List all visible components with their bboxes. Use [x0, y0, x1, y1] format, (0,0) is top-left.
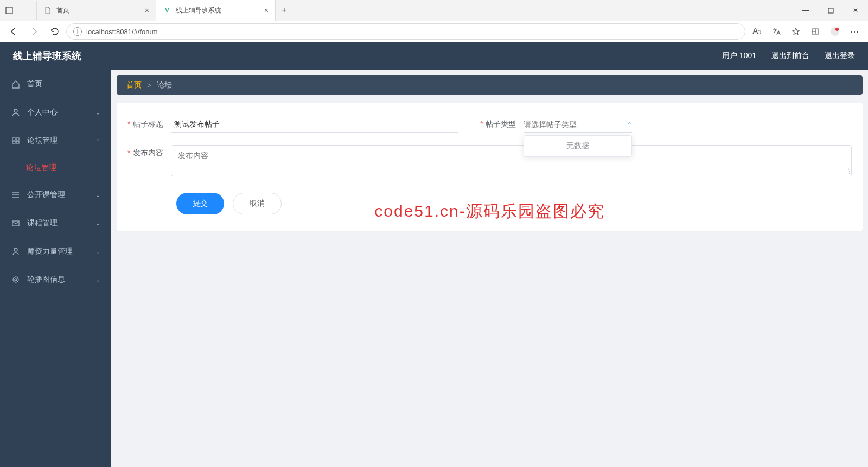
post-content-textarea[interactable] [171, 146, 851, 174]
maximize-button[interactable] [818, 1, 843, 20]
svg-rect-7 [16, 138, 19, 140]
app-body: 首页 个人中心 ⌄ 论坛管理 ⌄ 论坛管理 公开课管理 ⌄ 课程管理 ⌄ 师资力… [0, 43, 868, 467]
close-window-button[interactable]: ✕ [843, 1, 868, 20]
user-icon [11, 108, 21, 117]
tab-title: 首页 [56, 6, 69, 15]
new-tab-button[interactable]: + [276, 5, 293, 15]
back-button[interactable] [4, 23, 23, 40]
sidebar-label: 轮播图信息 [27, 275, 65, 285]
post-content-wrap [171, 145, 852, 176]
sidebar-item-course[interactable]: 课程管理 ⌄ [0, 209, 111, 237]
sidebar-item-forum[interactable]: 论坛管理 ⌄ [0, 127, 111, 155]
minimize-button[interactable]: — [793, 1, 818, 20]
tab-bar: 首页 × V 线上辅导班系统 × + — ✕ [0, 0, 868, 21]
chevron-up-icon: ⌄ [95, 137, 100, 144]
post-title-input[interactable] [171, 116, 458, 133]
chevron-down-icon: ⌄ [95, 248, 100, 255]
breadcrumb-home[interactable]: 首页 [126, 80, 142, 90]
refresh-button[interactable] [46, 23, 64, 40]
home-icon [11, 80, 21, 89]
form-panel: 帖子标题 帖子类型 ⌄ 无数据 发布内容 [117, 103, 863, 231]
cancel-button[interactable]: 取消 [233, 193, 282, 214]
svg-point-4 [835, 28, 839, 31]
breadcrumb: 首页 > 论坛 [117, 75, 863, 95]
svg-point-5 [14, 109, 17, 112]
close-icon[interactable]: × [145, 6, 149, 15]
window-controls: — ✕ [793, 1, 868, 20]
address-bar: i localhost:8081/#/forum A)) ⋯ [0, 21, 868, 42]
sidebar: 首页 个人中心 ⌄ 论坛管理 ⌄ 论坛管理 公开课管理 ⌄ 课程管理 ⌄ 师资力… [0, 43, 111, 467]
post-title-label: 帖子标题 [127, 119, 171, 129]
chevron-down-icon: ⌄ [95, 220, 100, 227]
sidebar-label: 师资力量管理 [27, 247, 73, 256]
sidebar-item-personal[interactable]: 个人中心 ⌄ [0, 98, 111, 127]
submit-button[interactable]: 提交 [176, 193, 224, 214]
tabs-overview-button[interactable] [0, 1, 18, 20]
profile-icon[interactable] [826, 23, 844, 40]
post-type-select[interactable]: ⌄ 无数据 [524, 116, 632, 133]
sidebar-item-carousel[interactable]: 轮播图信息 ⌄ [0, 266, 111, 294]
favorite-icon[interactable] [787, 23, 805, 40]
main-content: 首页 > 论坛 帖子标题 帖子类型 ⌄ 无数据 [111, 43, 868, 467]
browser-chrome: 首页 × V 线上辅导班系统 × + — ✕ i localhost:808 [0, 0, 868, 43]
browser-tab-2[interactable]: V 线上辅导班系统 × [156, 0, 276, 21]
app-header: 线上辅导班系统 用户 1001 退出到前台 退出登录 [0, 42, 868, 70]
user-label[interactable]: 用户 1001 [722, 51, 756, 61]
sidebar-label: 公开课管理 [27, 190, 65, 200]
url-text: localhost:8081/#/forum [86, 28, 158, 36]
svg-rect-0 [6, 7, 12, 14]
svg-rect-8 [12, 141, 15, 143]
chevron-down-icon: ⌄ [95, 109, 100, 116]
button-row: 提交 取消 [127, 193, 852, 214]
sidebar-label: 个人中心 [27, 108, 58, 117]
chevron-down-icon: ⌄ [95, 276, 100, 283]
page-icon [43, 6, 52, 15]
sidebar-label: 论坛管理 [27, 136, 58, 146]
exit-to-front[interactable]: 退出到前台 [771, 51, 809, 61]
app-title: 线上辅导班系统 [13, 49, 81, 62]
post-content-label: 发布内容 [127, 145, 171, 158]
breadcrumb-current: 论坛 [157, 80, 172, 90]
collections-icon[interactable] [806, 23, 825, 40]
chevron-up-icon: ⌄ [627, 121, 632, 128]
sidebar-label: 首页 [27, 79, 42, 89]
close-icon[interactable]: × [264, 6, 269, 15]
post-type-dropdown: 无数据 [524, 135, 632, 157]
translate-icon[interactable] [767, 23, 786, 40]
forward-button[interactable] [25, 23, 43, 40]
teacher-icon [11, 247, 21, 256]
field-post-type: 帖子类型 ⌄ 无数据 [480, 116, 632, 133]
menu-icon[interactable]: ⋯ [845, 23, 864, 40]
svg-point-12 [13, 277, 18, 282]
svg-rect-9 [16, 141, 19, 143]
post-type-input[interactable] [524, 120, 627, 129]
logout[interactable]: 退出登录 [825, 51, 855, 61]
browser-tab-1[interactable]: 首页 × [37, 0, 156, 21]
svg-point-11 [14, 248, 17, 251]
post-type-label: 帖子类型 [480, 119, 524, 129]
url-bar[interactable]: i localhost:8081/#/forum [66, 23, 745, 40]
forum-icon [11, 136, 21, 145]
resize-grip-icon[interactable] [844, 169, 850, 174]
vue-icon: V [163, 6, 171, 15]
field-post-title: 帖子标题 [127, 116, 458, 133]
list-icon [11, 191, 21, 199]
svg-rect-1 [828, 8, 833, 13]
sidebar-item-openclass[interactable]: 公开课管理 ⌄ [0, 181, 111, 209]
tab-divider [18, 1, 37, 20]
sidebar-item-teacher[interactable]: 师资力量管理 ⌄ [0, 237, 111, 266]
sidebar-sublabel: 论坛管理 [26, 163, 56, 173]
sidebar-item-home[interactable]: 首页 [0, 70, 111, 98]
svg-point-13 [15, 279, 17, 281]
dropdown-empty-text: 无数据 [524, 141, 631, 151]
breadcrumb-separator: > [147, 81, 151, 90]
mail-icon [11, 219, 21, 228]
gear-icon [11, 275, 21, 284]
sidebar-label: 课程管理 [27, 218, 58, 228]
read-aloud-icon[interactable]: A)) [748, 23, 766, 40]
field-post-content: 发布内容 [127, 145, 852, 176]
sidebar-subitem-forum[interactable]: 论坛管理 [0, 155, 111, 181]
site-info-icon[interactable]: i [73, 27, 82, 36]
tab-title: 线上辅导班系统 [176, 6, 221, 15]
chevron-down-icon: ⌄ [95, 192, 100, 199]
